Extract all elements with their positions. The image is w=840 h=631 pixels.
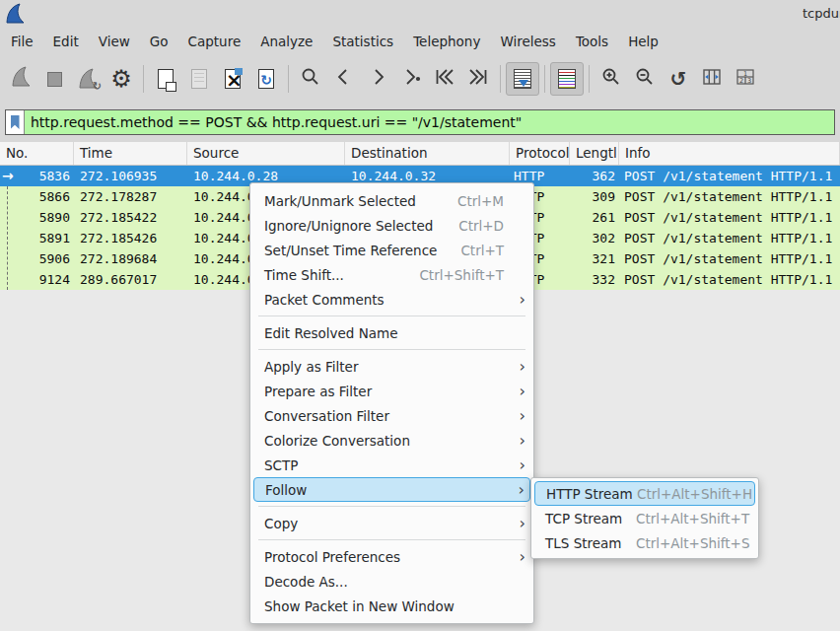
- colorize-packets-button[interactable]: [550, 62, 584, 96]
- menu-item-mark-unmark-selected[interactable]: Mark/Unmark Selected Ctrl+M: [250, 188, 533, 213]
- open-file-icon: [158, 69, 174, 89]
- column-header-length[interactable]: Lengtl: [570, 142, 619, 165]
- zoom-reset-icon: ↺: [670, 69, 687, 89]
- related-packets-line: [7, 186, 8, 290]
- menu-item-tcp-stream[interactable]: TCP Stream Ctrl+Alt+Shift+T: [531, 506, 758, 530]
- cell-length: 302: [570, 228, 619, 248]
- cell-time: 272.185426: [74, 228, 187, 248]
- menubar-item-analyze[interactable]: Analyze: [250, 31, 322, 52]
- menu-item-sctp[interactable]: SCTP ›: [250, 453, 533, 477]
- close-file-icon: [225, 69, 241, 89]
- zoom-reset-button[interactable]: ↺: [662, 62, 695, 96]
- zoom-in-button[interactable]: [595, 62, 628, 96]
- resize-columns-button[interactable]: [695, 62, 729, 96]
- menu-item-follow[interactable]: Follow ›: [253, 477, 530, 502]
- find-packet-button[interactable]: [294, 62, 327, 96]
- stop-capture-button[interactable]: [37, 62, 71, 96]
- toolbar-separator: [589, 65, 590, 93]
- search-icon: [299, 65, 322, 93]
- menubar-item-tools[interactable]: Tools: [566, 31, 618, 52]
- menu-item-apply-as-filter[interactable]: Apply as Filter ›: [250, 354, 533, 379]
- menu-separator: [258, 506, 525, 507]
- cell-info: POST /v1/statement HTTP/1.1: [619, 207, 840, 228]
- menu-item-edit-resolved-name[interactable]: Edit Resolved Name: [250, 320, 533, 345]
- column-header-destination[interactable]: Destination: [345, 142, 510, 165]
- display-filter-value[interactable]: http.request.method == POST && http.requ…: [25, 110, 834, 134]
- submenu-arrow-icon: ›: [507, 482, 525, 498]
- first-packet-button[interactable]: [428, 62, 461, 96]
- start-capture-button[interactable]: [4, 62, 37, 96]
- auto-scroll-button[interactable]: [506, 62, 539, 96]
- gear-icon: ⚙: [110, 67, 132, 91]
- main-toolbar: ↻ ⚙: [0, 55, 840, 103]
- menu-separator: [258, 349, 525, 350]
- follow-submenu: HTTP Stream Ctrl+Alt+Shift+H TCP Stream …: [530, 477, 759, 559]
- column-header-no[interactable]: No.: [0, 142, 74, 165]
- menu-item-tls-stream[interactable]: TLS Stream Ctrl+Alt+Shift+S: [531, 530, 758, 555]
- menu-item-copy[interactable]: Copy ›: [250, 511, 533, 535]
- cell-no: 9124: [0, 269, 74, 290]
- cell-info: POST /v1/statement HTTP/1.1: [619, 228, 840, 248]
- cell-length: 362: [570, 166, 619, 186]
- zoom-out-button[interactable]: [628, 62, 662, 96]
- cell-length: 309: [570, 186, 619, 207]
- open-file-button[interactable]: [149, 62, 182, 96]
- menubar-item-capture[interactable]: Capture: [178, 31, 251, 52]
- cell-time: 272.185422: [74, 207, 187, 228]
- cell-length: 321: [570, 248, 619, 269]
- wireshark-window: tcpdur File Edit View Go Capture Analyze…: [0, 0, 840, 631]
- svg-text:3: 3: [747, 77, 751, 85]
- menu-item-set-unset-time-reference[interactable]: Set/Unset Time Reference Ctrl+T: [250, 238, 533, 262]
- menu-item-packet-comments[interactable]: Packet Comments ›: [250, 287, 533, 312]
- save-file-icon: [191, 69, 207, 89]
- menubar-item-help[interactable]: Help: [618, 31, 668, 52]
- toolbar-separator: [500, 65, 501, 93]
- menubar-item-edit[interactable]: Edit: [43, 31, 89, 52]
- column-header-info[interactable]: Info: [619, 142, 840, 165]
- column-header-source[interactable]: Source: [187, 142, 345, 165]
- menubar-item-wireless[interactable]: Wireless: [490, 31, 566, 52]
- menu-item-prepare-as-filter[interactable]: Prepare as Filter ›: [250, 379, 533, 403]
- colorize-icon: [558, 69, 576, 89]
- previous-packet-button[interactable]: [327, 62, 361, 96]
- cell-info: POST /v1/statement HTTP/1.1: [619, 248, 840, 269]
- menu-item-ignore-unignore-selected[interactable]: Ignore/Unignore Selected Ctrl+D: [250, 213, 533, 238]
- menubar-item-view[interactable]: View: [89, 31, 140, 52]
- filter-toolbar: http.request.method == POST && http.requ…: [0, 103, 840, 142]
- display-filter-input[interactable]: http.request.method == POST && http.requ…: [5, 109, 835, 135]
- column-header-time[interactable]: Time: [74, 142, 187, 165]
- menu-item-show-packet-in-new-window[interactable]: Show Packet in New Window: [250, 594, 533, 618]
- menu-item-protocol-preferences[interactable]: Protocol Preferences ›: [250, 544, 533, 569]
- go-to-packet-button[interactable]: [394, 62, 428, 96]
- titlebar: tcpdur: [0, 0, 840, 28]
- last-packet-button[interactable]: [461, 62, 495, 96]
- menu-item-time-shift[interactable]: Time Shift... Ctrl+Shift+T: [250, 262, 533, 287]
- next-packet-button[interactable]: [361, 62, 394, 96]
- go-to-packet-icon: [399, 65, 423, 93]
- menu-item-http-stream[interactable]: HTTP Stream Ctrl+Alt+Shift+H: [534, 481, 755, 506]
- restart-capture-button[interactable]: ↻: [71, 62, 105, 96]
- menu-separator: [258, 316, 525, 316]
- capture-options-button[interactable]: ⚙: [105, 62, 138, 96]
- save-file-button[interactable]: [182, 62, 216, 96]
- menu-item-decode-as[interactable]: Decode As...: [250, 569, 533, 594]
- menubar-item-telephony[interactable]: Telephony: [403, 31, 490, 52]
- menu-item-conversation-filter[interactable]: Conversation Filter ›: [250, 403, 533, 428]
- filter-bookmark-button[interactable]: [6, 110, 25, 134]
- start-capture-icon: [9, 65, 33, 93]
- menubar-item-go[interactable]: Go: [140, 31, 178, 52]
- cell-length: 261: [570, 207, 619, 228]
- reload-file-button[interactable]: [249, 62, 283, 96]
- selected-packet-arrow-icon: →: [2, 166, 14, 186]
- menubar-item-statistics[interactable]: Statistics: [322, 31, 403, 52]
- layout-button[interactable]: 123: [729, 62, 762, 96]
- column-header-protocol[interactable]: Protocol: [510, 142, 570, 165]
- cell-no: 5906: [0, 248, 74, 269]
- menubar-item-file[interactable]: File: [1, 31, 43, 52]
- layout-icon: 123: [734, 65, 757, 93]
- cell-no: 5866: [0, 186, 74, 207]
- cell-time: 272.189684: [74, 248, 187, 269]
- submenu-arrow-icon: ›: [508, 359, 525, 375]
- menu-item-colorize-conversation[interactable]: Colorize Conversation ›: [250, 428, 533, 453]
- close-file-button[interactable]: [216, 62, 249, 96]
